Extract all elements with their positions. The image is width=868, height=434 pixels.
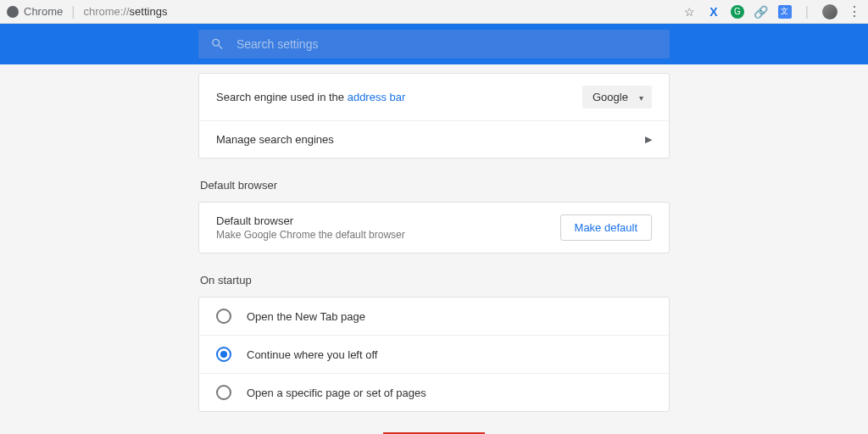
link-icon[interactable]: 🔗 xyxy=(754,5,768,19)
browser-toolbar: Chrome | chrome://settings ☆ X G 🔗 文 | ⋮ xyxy=(0,0,868,24)
chrome-icon xyxy=(7,6,19,18)
content-scroll[interactable]: Search engine used in the address bar Go… xyxy=(0,64,868,434)
startup-option-continue[interactable]: Continue where you left off xyxy=(199,336,669,374)
separator: | xyxy=(805,4,809,19)
startup-option-label: Open the New Tab page xyxy=(247,310,365,323)
search-icon xyxy=(210,36,225,52)
url-prefix: chrome:// xyxy=(83,5,129,18)
url-display[interactable]: chrome://settings xyxy=(83,5,167,18)
default-browser-title: Default browser xyxy=(216,214,405,227)
search-box[interactable] xyxy=(198,30,670,58)
startup-option-new-tab[interactable]: Open the New Tab page xyxy=(199,298,669,336)
bookmark-star-icon[interactable]: ☆ xyxy=(683,5,697,19)
address-bar-link[interactable]: address bar xyxy=(348,91,406,103)
radio-button[interactable] xyxy=(216,385,231,400)
translate-icon[interactable]: 文 xyxy=(778,5,792,19)
search-engine-row: Search engine used in the address bar Go… xyxy=(199,74,669,121)
default-browser-section-title: Default browser xyxy=(200,179,670,192)
profile-avatar[interactable] xyxy=(822,4,837,19)
search-engine-select[interactable]: Google xyxy=(582,86,652,108)
radio-button[interactable] xyxy=(216,309,231,324)
default-browser-card: Default browser Make Google Chrome the d… xyxy=(198,202,670,253)
extension-x-icon[interactable]: X xyxy=(707,5,721,19)
default-browser-row: Default browser Make Google Chrome the d… xyxy=(199,203,669,253)
grammarly-icon[interactable]: G xyxy=(731,5,744,19)
manage-search-engines-row[interactable]: Manage search engines ▶ xyxy=(199,121,669,158)
search-engine-select-wrap: Google xyxy=(582,86,652,108)
chevron-right-icon: ▶ xyxy=(645,134,652,145)
settings-header xyxy=(0,24,868,64)
menu-kebab-icon[interactable]: ⋮ xyxy=(848,3,861,19)
default-browser-text: Default browser Make Google Chrome the d… xyxy=(216,214,405,241)
startup-card: Open the New Tab page Continue where you… xyxy=(198,297,670,412)
startup-option-specific[interactable]: Open a specific page or set of pages xyxy=(199,374,669,411)
search-engine-label: Search engine used in the address bar xyxy=(216,91,405,103)
default-browser-sub: Make Google Chrome the default browser xyxy=(216,229,405,241)
search-input[interactable] xyxy=(236,37,658,51)
url-page: settings xyxy=(130,5,168,18)
search-engine-card: Search engine used in the address bar Go… xyxy=(198,73,670,159)
manage-search-engines-label: Manage search engines xyxy=(216,133,334,146)
startup-option-label: Open a specific page or set of pages xyxy=(247,387,426,399)
toolbar-right: ☆ X G 🔗 文 | ⋮ xyxy=(683,3,861,19)
startup-option-label: Continue where you left off xyxy=(247,348,377,361)
radio-button[interactable] xyxy=(216,347,231,362)
app-label: Chrome xyxy=(24,5,63,18)
make-default-button[interactable]: Make default xyxy=(560,214,652,241)
separator: | xyxy=(71,4,75,19)
toolbar-left: Chrome | chrome://settings xyxy=(7,4,167,19)
content: Search engine used in the address bar Go… xyxy=(198,64,670,434)
startup-section-title: On startup xyxy=(200,274,670,287)
